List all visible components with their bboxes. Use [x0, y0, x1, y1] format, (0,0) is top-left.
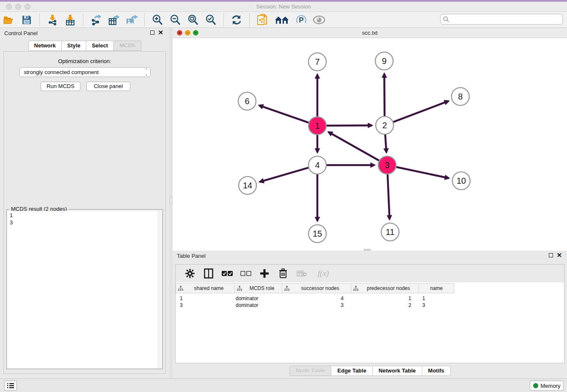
graph-edge-2-9[interactable]	[384, 74, 385, 116]
window-title: Session: New Session	[0, 2, 567, 11]
eye-icon[interactable]	[313, 14, 325, 26]
open-folder-icon[interactable]	[3, 14, 15, 26]
gear-icon[interactable]	[184, 267, 196, 280]
graph-edge-3-1[interactable]	[328, 132, 379, 160]
save-icon[interactable]	[20, 14, 33, 26]
panel-splitter[interactable]	[169, 28, 173, 378]
tab-mcds[interactable]: MCDS	[113, 41, 141, 51]
graph-node-label-4: 4	[315, 160, 319, 170]
float-panel-icon[interactable]	[549, 253, 553, 257]
result-scrollbar[interactable]	[158, 211, 162, 368]
tab-network[interactable]: Network	[28, 41, 62, 51]
window-close-button[interactable]	[6, 4, 12, 10]
graph-edge-3-11[interactable]	[388, 174, 390, 219]
refresh-icon[interactable]	[230, 14, 243, 26]
column-header-successor-nodes[interactable]: successor nodes	[282, 283, 351, 293]
cell-successor-nodes[interactable]: 4	[282, 295, 351, 302]
toolbar-separator	[249, 14, 250, 26]
zoom-fit-icon[interactable]	[187, 14, 199, 26]
document-network-icon[interactable]	[256, 14, 269, 26]
hierarchy-icon	[284, 286, 289, 291]
graph-edge-2-8[interactable]	[394, 101, 449, 122]
close-panel-icon[interactable]: ✕	[158, 30, 163, 35]
optimization-criterion-label: Optimization criterion:	[4, 58, 165, 64]
memory-button[interactable]: Memory	[530, 381, 564, 391]
float-panel-icon[interactable]	[150, 30, 154, 35]
cell-shared-name[interactable]: 1	[176, 295, 235, 302]
hierarchy-icon	[237, 286, 242, 291]
home-icon[interactable]	[274, 14, 290, 26]
tab-style[interactable]: Style	[61, 41, 86, 51]
table-header-row: shared name MCDS role successor nodes pr…	[176, 283, 454, 293]
table-row[interactable]: 1 dominator 4 1 1	[176, 295, 454, 302]
network-minimize-icon[interactable]: −	[185, 30, 190, 36]
status-bar: Memory	[0, 378, 567, 392]
tab-select[interactable]: Select	[86, 41, 114, 51]
export-image-icon[interactable]	[125, 14, 138, 26]
column-view-icon[interactable]	[202, 267, 215, 280]
cell-predecessor-nodes[interactable]: 2	[351, 302, 419, 309]
window-zoom-button[interactable]	[25, 4, 30, 10]
search-icon	[443, 16, 449, 22]
graph-edge-2-3[interactable]	[385, 135, 386, 152]
search-input[interactable]	[449, 16, 562, 22]
export-network-icon[interactable]	[90, 14, 102, 26]
run-mcds-button[interactable]: Run MCDS	[41, 82, 80, 91]
titlebar: Session: New Session	[0, 2, 567, 12]
table-row[interactable]: 3 dominator 3 2 3	[176, 302, 454, 309]
export-table-icon[interactable]	[107, 14, 120, 26]
graph-edge-4-14[interactable]	[260, 168, 308, 182]
network-close-icon[interactable]: ✕	[177, 30, 182, 36]
hierarchy-icon	[178, 286, 183, 291]
graph-node-label-6: 6	[245, 97, 249, 106]
zoom-out-icon[interactable]	[169, 14, 182, 26]
p-badge-icon[interactable]: P	[295, 14, 308, 26]
cell-successor-nodes[interactable]: 3	[282, 302, 351, 309]
graph-edge-1-6[interactable]	[259, 105, 308, 123]
zoom-selected-icon[interactable]	[204, 14, 217, 26]
trash-icon[interactable]	[277, 267, 289, 280]
chevron-up-down-icon: ⌃⌄	[145, 68, 148, 77]
graph-edge-3-10[interactable]	[396, 167, 449, 178]
search-box[interactable]	[440, 14, 563, 25]
cell-mcds-role[interactable]: dominator	[235, 302, 282, 309]
network-canvas[interactable]: 7968124314101511	[173, 38, 567, 251]
cell-shared-name[interactable]: 3	[176, 302, 235, 309]
app-window: { "window": { "title": "Session: New Ses…	[0, 0, 567, 392]
select-all-icon[interactable]	[221, 267, 234, 280]
window-minimize-button[interactable]	[15, 4, 21, 10]
import-network-icon[interactable]	[46, 14, 59, 26]
task-history-button[interactable]	[4, 381, 17, 391]
column-header-mcds-role[interactable]: MCDS role	[235, 283, 282, 293]
cell-mcds-role[interactable]: dominator	[235, 295, 282, 302]
mcds-result-text[interactable]: 1 3	[7, 211, 162, 368]
toolbar-separator	[83, 14, 83, 26]
close-panel-button[interactable]: Close panel	[86, 82, 130, 91]
close-panel-icon[interactable]: ✕	[556, 253, 562, 257]
cell-name[interactable]: 3	[419, 302, 454, 309]
cell-predecessor-nodes[interactable]: 1	[351, 295, 419, 302]
column-header-shared-name[interactable]: shared name	[176, 283, 235, 293]
tab-motifs[interactable]: Motifs	[422, 366, 451, 376]
column-header-predecessor-nodes[interactable]: predecessor nodes	[351, 283, 419, 293]
graph-edge-1-2[interactable]	[327, 125, 372, 126]
hierarchy-icon	[353, 286, 358, 291]
splitter-grip[interactable]	[170, 197, 172, 204]
node-table-container: f(x) shared name MCDS role successor nod…	[175, 264, 564, 363]
mcds-panel: Optimization criterion: strongly connect…	[3, 51, 166, 374]
import-table-icon[interactable]	[64, 14, 77, 26]
column-header-name[interactable]: name	[419, 283, 454, 293]
cell-name[interactable]: 1	[419, 295, 454, 302]
table-panel-title: Table Panel	[177, 253, 206, 259]
add-icon[interactable]	[258, 267, 271, 280]
tab-edge-table[interactable]: Edge Table	[331, 366, 372, 376]
optimization-criterion-select[interactable]: strongly connected component ⌃⌄	[19, 67, 151, 77]
graph-node-label-15: 15	[313, 229, 322, 238]
network-maximize-icon[interactable]: +	[193, 30, 198, 36]
toolbar-separator	[144, 14, 145, 26]
zoom-in-icon[interactable]	[151, 14, 164, 26]
graph-node-label-11: 11	[386, 227, 395, 237]
tab-node-table[interactable]: Node Table	[289, 366, 331, 376]
tab-network-table[interactable]: Network Table	[372, 366, 422, 376]
deselect-all-icon[interactable]	[239, 267, 252, 280]
